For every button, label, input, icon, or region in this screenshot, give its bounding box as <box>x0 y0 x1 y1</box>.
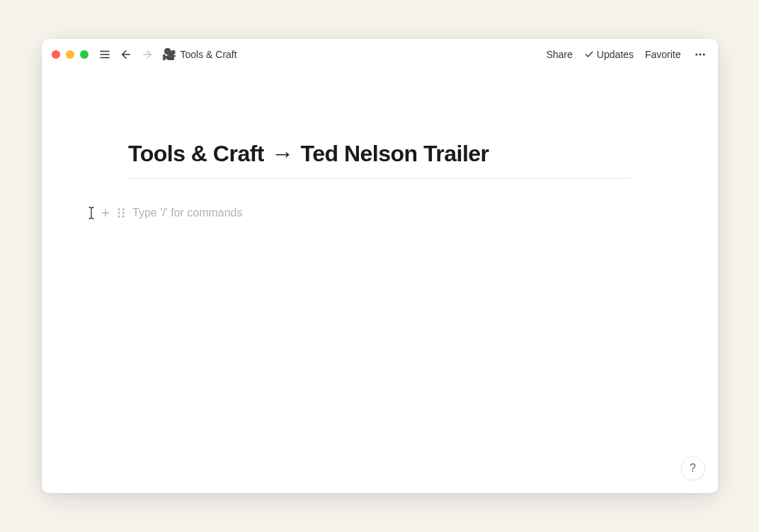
plus-icon <box>100 207 111 219</box>
checkmark-icon <box>584 50 594 59</box>
svg-point-5 <box>695 54 697 56</box>
arrow-right-icon: → <box>271 141 294 167</box>
favorite-label: Favorite <box>645 49 681 60</box>
breadcrumb[interactable]: 🎥 Tools & Craft <box>162 49 237 60</box>
favorite-button[interactable]: Favorite <box>645 49 681 60</box>
add-block-button[interactable] <box>98 206 113 220</box>
svg-point-12 <box>122 209 125 211</box>
share-button[interactable]: Share <box>546 49 572 60</box>
editor-placeholder: Type '/' for commands <box>132 207 243 219</box>
drag-handle-icon <box>117 208 125 218</box>
forward-button[interactable] <box>139 47 155 62</box>
more-options-button[interactable] <box>692 47 708 62</box>
text-cursor-indicator <box>84 207 98 219</box>
breadcrumb-label: Tools & Craft <box>181 49 237 60</box>
close-window-button[interactable] <box>52 50 60 59</box>
drag-handle-button[interactable] <box>114 206 128 220</box>
topbar: 🎥 Tools & Craft Share Updates Favorite <box>42 39 718 70</box>
page-title-block[interactable]: Tools & Craft → Ted Nelson Trailer <box>128 141 631 179</box>
maximize-window-button[interactable] <box>80 50 89 59</box>
svg-point-13 <box>118 212 120 214</box>
title-part-1: Tools & Craft <box>128 141 264 167</box>
updates-button[interactable]: Updates <box>584 49 634 60</box>
editor-block[interactable]: Type '/' for commands <box>84 206 631 220</box>
back-button[interactable] <box>118 47 134 62</box>
more-horizontal-icon <box>694 48 707 61</box>
page-title: Tools & Craft → Ted Nelson Trailer <box>128 141 631 167</box>
block-hover-controls <box>98 206 128 220</box>
help-label: ? <box>690 462 696 475</box>
svg-point-11 <box>118 209 120 211</box>
page-content: Tools & Craft → Ted Nelson Trailer <box>42 70 718 493</box>
sidebar-toggle-button[interactable] <box>97 47 113 62</box>
svg-point-16 <box>122 216 125 218</box>
svg-point-14 <box>122 212 125 214</box>
help-button[interactable]: ? <box>681 456 705 480</box>
movie-camera-icon: 🎥 <box>162 49 176 60</box>
text-cursor-icon <box>87 207 96 219</box>
app-window: 🎥 Tools & Craft Share Updates Favorite <box>42 39 718 493</box>
updates-label: Updates <box>597 49 634 60</box>
svg-point-7 <box>702 54 704 56</box>
svg-point-6 <box>699 54 701 56</box>
share-label: Share <box>546 49 572 60</box>
minimize-window-button[interactable] <box>66 50 74 59</box>
window-controls <box>52 50 89 59</box>
topbar-actions: Share Updates Favorite <box>546 47 707 62</box>
title-part-2: Ted Nelson Trailer <box>301 141 489 167</box>
svg-point-15 <box>118 216 120 218</box>
